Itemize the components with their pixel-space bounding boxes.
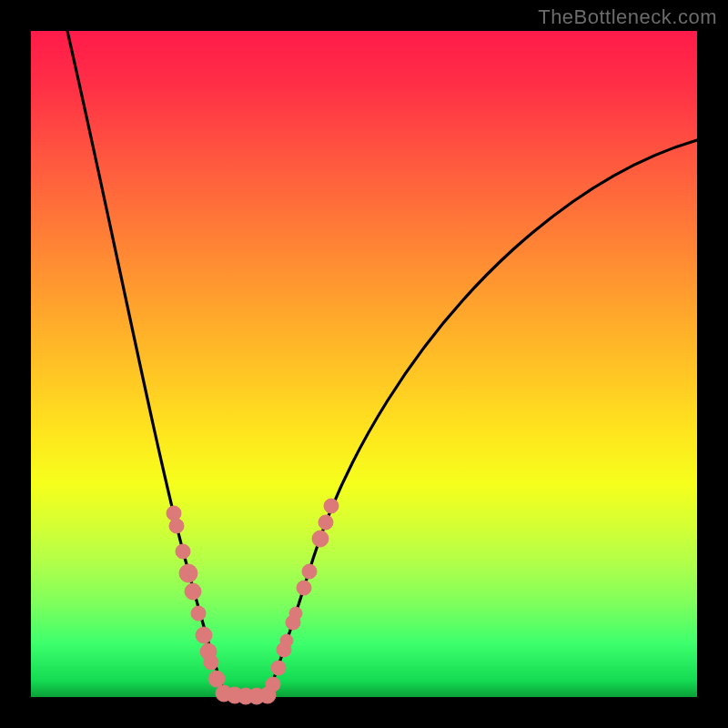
data-dot [318,515,333,530]
data-dot [176,544,190,559]
data-dot [280,634,293,647]
watermark-text: TheBottleneck.com [538,5,717,29]
data-dot [312,531,329,547]
data-dot [324,499,339,513]
data-dot [289,607,302,620]
data-dot [196,627,212,643]
chart-frame: TheBottleneck.com [0,0,728,728]
chart-overlay [31,31,697,697]
data-dot [185,583,201,600]
plot-area [31,31,697,697]
data-dot [208,671,225,687]
curve-right-branch [268,140,697,695]
data-dot [271,661,286,675]
data-dot [302,564,317,579]
data-dot [167,506,181,521]
data-dot [297,581,311,595]
data-dot [204,655,218,670]
data-dot [266,677,280,692]
data-dot [191,606,206,621]
data-dot [169,519,184,533]
data-dot [179,564,197,582]
curve-left-branch [67,31,226,695]
